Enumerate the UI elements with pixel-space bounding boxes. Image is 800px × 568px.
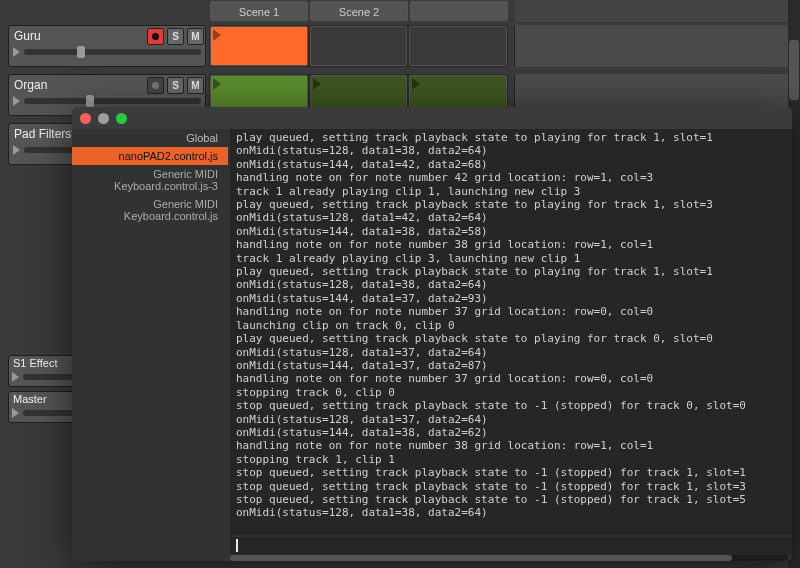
close-icon[interactable]: [80, 113, 91, 124]
titlebar[interactable]: [72, 107, 792, 129]
expand-arrow-icon[interactable]: [13, 47, 20, 57]
play-icon: [213, 29, 221, 41]
solo-button[interactable]: S: [167, 77, 184, 94]
track-name[interactable]: Guru: [10, 27, 144, 45]
zoom-icon[interactable]: [116, 113, 127, 124]
scene-header[interactable]: Scene 1: [210, 1, 308, 21]
script-console-window: Global nanoPAD2.control.js Generic MIDI …: [72, 107, 792, 561]
clip-launcher-row: [209, 25, 508, 67]
solo-button[interactable]: S: [167, 28, 184, 45]
play-icon: [412, 78, 420, 90]
arranger-lane[interactable]: [514, 25, 800, 67]
record-dot-icon: [152, 33, 159, 40]
text-cursor-icon: [236, 539, 238, 552]
scene-headers: Scene 1 Scene 2: [209, 0, 509, 22]
record-dot-icon: [152, 82, 159, 89]
play-icon: [313, 78, 321, 90]
scene-header-row: Scene 1 Scene 2: [8, 0, 800, 22]
sidebar-item-generic-midi-3[interactable]: Generic MIDI Keyboard.control.js-3: [72, 165, 228, 195]
sidebar-item-generic-midi[interactable]: Generic MIDI Keyboard.control.js: [72, 195, 228, 225]
track-header-guru[interactable]: Guru S M: [8, 25, 206, 67]
console-sidebar: Global nanoPAD2.control.js Generic MIDI …: [72, 129, 228, 225]
track-row: Guru S M: [8, 25, 800, 67]
record-arm-button[interactable]: [147, 28, 164, 45]
console-log[interactable]: play queued, setting track playback stat…: [230, 129, 792, 535]
scrollbar-thumb[interactable]: [230, 555, 732, 561]
daw-window: Scene 1 Scene 2 Guru S M: [0, 0, 800, 568]
clip-slot[interactable]: [409, 26, 507, 66]
mute-button[interactable]: M: [187, 77, 204, 94]
clip-slot[interactable]: [210, 26, 308, 66]
expand-arrow-icon[interactable]: [12, 408, 19, 418]
record-arm-button[interactable]: [147, 77, 164, 94]
scene-header[interactable]: Scene 2: [310, 1, 408, 21]
sidebar-item-global[interactable]: Global: [72, 129, 228, 147]
play-icon: [213, 78, 221, 90]
clip-slot[interactable]: [310, 26, 408, 66]
expand-arrow-icon[interactable]: [12, 372, 19, 382]
expand-arrow-icon[interactable]: [13, 145, 20, 155]
scrollbar-thumb[interactable]: [789, 40, 799, 100]
log-text: play queued, setting track playback stat…: [230, 129, 792, 522]
scene-header-empty[interactable]: [410, 1, 508, 21]
header-spacer: [8, 0, 206, 22]
track-name[interactable]: Organ: [10, 76, 144, 94]
horizontal-scrollbar[interactable]: [230, 555, 788, 561]
volume-fader[interactable]: [24, 49, 201, 55]
mute-button[interactable]: M: [187, 28, 204, 45]
minimize-icon[interactable]: [98, 113, 109, 124]
volume-fader[interactable]: [24, 98, 201, 104]
expand-arrow-icon[interactable]: [13, 96, 20, 106]
sidebar-item-nanopad2[interactable]: nanoPAD2.control.js: [72, 147, 228, 165]
console-input[interactable]: [230, 537, 792, 555]
